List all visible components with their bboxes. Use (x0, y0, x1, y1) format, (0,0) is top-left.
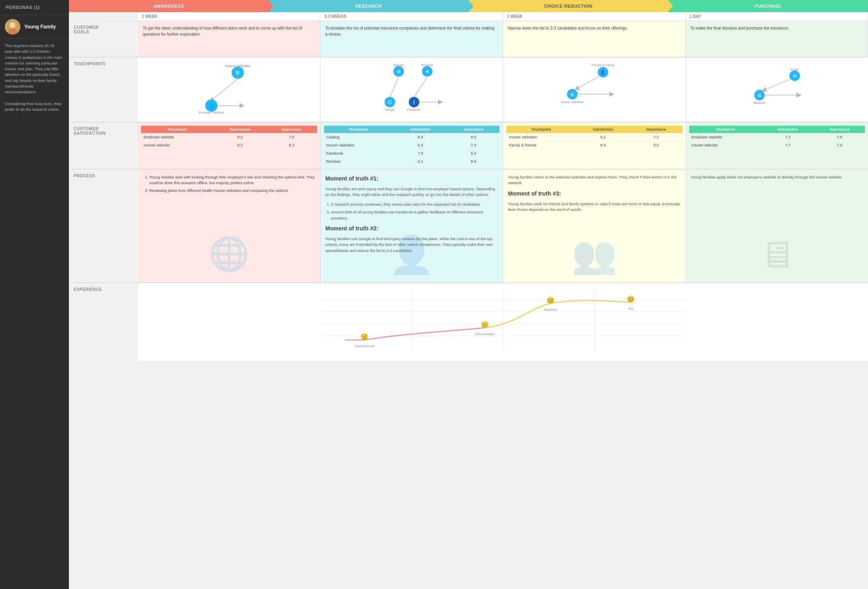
timing-row: 1 WEEK 2-3 WEEKS 1 WEEK 1 DAY (69, 12, 868, 21)
browser-icon: 🖥 (759, 228, 795, 282)
phase-choice: CHOICE REDUCTION (469, 0, 669, 12)
process-purchase: Young families apply either via employer… (686, 170, 868, 282)
experience-row: EXPERIENCE 😟 Overwhelmed 😐 C (69, 283, 868, 361)
sat-cell: 7.2 (630, 133, 682, 141)
sat-cell: Catalog (324, 133, 394, 141)
svg-text:Insurer websites: Insurer websites (561, 100, 583, 104)
goals-row: CUSTOMERGOALS To get the basic understan… (69, 21, 868, 58)
process-research: Moment of truth #1: Young families are t… (321, 170, 504, 282)
timing-choice: 1 WEEK (503, 12, 686, 21)
sat-cell: 7.4 (814, 141, 865, 149)
goal-research: To broaden the list of potential insuran… (320, 21, 503, 57)
sat-cell: 6.1 (393, 157, 447, 166)
table-row: Insurer website 7.7 7.4 (689, 141, 865, 149)
sat-purchase-th-touchpoint: Touchpoint (689, 126, 762, 133)
list-item: Young families start with looking throug… (149, 174, 315, 186)
globe-icon: 🌐 (209, 230, 249, 278)
svg-text:⊞: ⊞ (236, 70, 240, 75)
list-item: Around 30% of all young families use Fac… (331, 209, 498, 221)
goals-label-text: CUSTOMERGOALS (74, 25, 99, 34)
sat-purchase-th-sat: Satisfaction (762, 126, 814, 133)
svg-text:👤: 👤 (600, 69, 606, 75)
persona-card[interactable]: Young Family (0, 15, 69, 39)
sat-cell: Insurer websites (506, 133, 576, 141)
svg-text:😊: 😊 (547, 297, 555, 304)
sat-cell: 8.2 (214, 133, 266, 141)
timing-purchase: 1 DAY (686, 12, 868, 21)
sat-cell: Insurer website (689, 141, 762, 149)
timing-label-spacer (69, 12, 138, 21)
sat-cell: 6.2 (214, 141, 266, 149)
table-row: Insurer websites 6.3 7.4 (324, 141, 500, 149)
process-awareness: Young families start with looking throug… (138, 170, 321, 282)
svg-line-18 (414, 77, 427, 98)
table-row: Employer website 7.2 7.5 (689, 133, 865, 141)
experience-section-label: EXPERIENCE (69, 283, 138, 361)
sat-cell: Facebook (324, 149, 394, 157)
person-icon: 👤 (389, 228, 434, 282)
timing-awareness: 1 WEEK (138, 12, 320, 21)
purchase-text: Young families apply either via employer… (691, 174, 864, 180)
friends-icon: 👥 (572, 228, 617, 282)
svg-text:Concentrated: Concentrated (475, 332, 494, 336)
sat-cell: Reviews (324, 157, 394, 166)
sat-cell: Employer website (141, 133, 214, 141)
sat-research-th-touchpoint: Touchpoint (324, 126, 394, 133)
table-row: Facebook 7.5 5.4 (324, 149, 500, 157)
touchpoints-section-label: TOUCHPOINTS (69, 58, 138, 122)
sat-awareness-th-imp: Importance (266, 126, 317, 133)
svg-text:😊: 😊 (627, 295, 635, 303)
sat-cell: 7.2 (762, 133, 814, 141)
experience-label-text: EXPERIENCE (74, 287, 102, 292)
avatar (5, 19, 20, 34)
touchpoint-choice: Friends & Family 👤 ⊞ Insurer websites (503, 58, 686, 122)
satisfaction-row: CUSTOMERSATISFACTION Touchpoint Satisfac… (69, 123, 868, 170)
svg-text:G: G (388, 99, 391, 105)
sat-cell: 6.2 (576, 133, 630, 141)
sat-cell: 8.8 (448, 157, 499, 166)
list-item: Reviewing plans from different health in… (149, 188, 315, 193)
table-row: Employer website 8.2 7.5 (141, 133, 317, 141)
process-choice: Young families return to the selected we… (503, 170, 686, 282)
sat-purchase-th-imp: Importance (814, 126, 865, 133)
sat-choice-th-touchpoint: Touchpoint (506, 126, 576, 133)
choice-text: Young families return to the selected we… (508, 174, 681, 186)
sat-choice-table: Touchpoint Satisfaction Importance Insur… (506, 126, 682, 149)
sat-cell: 8.4 (393, 133, 447, 141)
svg-text:🌐: 🌐 (208, 103, 214, 109)
phase-awareness: AWARENESS (69, 0, 269, 12)
moment-truth-1-title: Moment of truth #1: (326, 174, 498, 183)
sat-research-th-imp: Importance (448, 126, 499, 133)
svg-text:😟: 😟 (360, 333, 369, 341)
sat-purchase-table: Touchpoint Satisfaction Importance Emplo… (689, 126, 865, 149)
svg-text:⊞: ⊞ (396, 69, 400, 74)
phase-header: AWARENESS RESEARCH CHOICE REDUCTION PURC… (69, 0, 868, 12)
goal-purchase: To make the final decision and purchase … (686, 21, 868, 57)
svg-text:⊞: ⊞ (570, 92, 574, 97)
sat-research-th-sat: Satisfaction (393, 126, 447, 133)
satisfaction-label-text: CUSTOMERSATISFACTION (74, 127, 106, 135)
sat-cell: Family & friends (506, 141, 576, 149)
sat-awareness-th-sat: Satisfaction (214, 126, 266, 133)
svg-text:Overwhelmed: Overwhelmed (354, 344, 374, 348)
sidebar-title: PERSONAS (1) (0, 0, 69, 15)
sat-awareness-table: Touchpoint Satisfaction Importance Emplo… (141, 126, 317, 149)
process-label-text: PROCESS (74, 174, 95, 178)
process-row: PROCESS Young families start with lookin… (69, 170, 868, 283)
sat-cell: 7.5 (266, 133, 317, 141)
phase-research: RESEARCH (269, 0, 469, 12)
svg-text:★: ★ (425, 69, 429, 74)
svg-line-6 (211, 79, 238, 100)
list-item: If research process continues, they revi… (331, 201, 498, 207)
touchpoint-choice-diagram: Friends & Family 👤 ⊞ Insurer websites (507, 62, 682, 114)
sat-cell: 7.5 (814, 133, 865, 141)
timing-cols: 1 WEEK 2-3 WEEKS 1 WEEK 1 DAY (138, 12, 868, 21)
experience-chart-svg: 😟 Overwhelmed 😐 Concentrated 😊 Relieved … (142, 287, 864, 356)
svg-line-17 (390, 77, 399, 98)
svg-text:Facebook: Facebook (407, 108, 420, 112)
sat-cell: 8.3 (266, 141, 317, 149)
goal-choice: Narrow down the list to 2-3 candidates a… (503, 21, 686, 57)
sat-cell: 7.5 (393, 149, 447, 157)
sidebar: PERSONAS (1) Young Family This segment c… (0, 0, 69, 589)
sat-cell: 9.0 (630, 141, 682, 149)
